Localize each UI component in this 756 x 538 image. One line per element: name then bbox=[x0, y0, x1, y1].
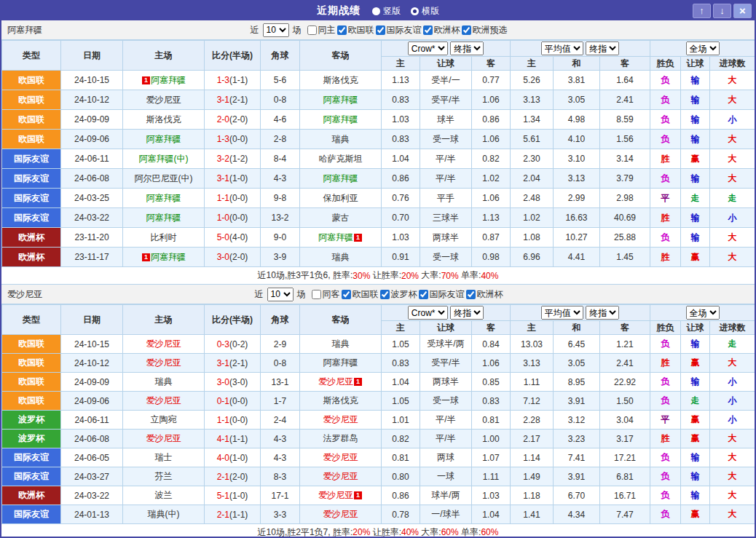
col-avg-away: 客 bbox=[600, 57, 650, 71]
layout-horizontal-option[interactable]: 横版 bbox=[411, 5, 439, 17]
scroll-up-button[interactable]: ↑ bbox=[693, 4, 711, 18]
league-checkbox[interactable] bbox=[380, 290, 390, 299]
same-venue-label: 同客 bbox=[323, 288, 340, 301]
home-team: 阿塞拜疆 bbox=[123, 189, 205, 208]
handicap-result: 输 bbox=[681, 448, 710, 467]
match-row: 欧国联24-09-06阿塞拜疆1-3(0-0)2-8瑞典0.83受一球1.065… bbox=[2, 130, 755, 149]
league-filter[interactable]: 国际友谊 bbox=[376, 24, 422, 36]
goals-result: 大 bbox=[710, 505, 755, 524]
odds-value: 1.13 bbox=[382, 71, 420, 90]
same-venue-checkbox[interactable] bbox=[312, 290, 321, 299]
league-filter[interactable]: 欧洲杯 bbox=[423, 24, 460, 36]
handicap-result: 输 bbox=[681, 228, 710, 248]
handicap-result: 输 bbox=[681, 110, 710, 130]
same-venue-filter[interactable]: 同客 bbox=[312, 288, 340, 301]
average-odds-value: 7.41 bbox=[554, 448, 600, 467]
match-row: 欧国联24-10-12爱沙尼亚3-1(2-1)0-8阿塞拜疆0.83受平/半1.… bbox=[2, 90, 755, 110]
scope-select[interactable]: 全场 bbox=[686, 41, 720, 55]
summary-over-rate: 70% bbox=[441, 271, 459, 281]
col-handicap-result: 让球 bbox=[681, 57, 710, 71]
fulltime-score: 4-0 bbox=[217, 453, 229, 463]
summary-over-rate: 60% bbox=[441, 527, 459, 537]
same-venue-checkbox[interactable] bbox=[307, 25, 317, 35]
home-team: 瑞士 bbox=[123, 448, 205, 467]
league-filter[interactable]: 欧国联 bbox=[342, 288, 379, 301]
average-stage-select[interactable]: 终指 bbox=[586, 41, 619, 55]
odds-value: 0.70 bbox=[382, 208, 420, 228]
league-filter[interactable]: 欧国联 bbox=[337, 24, 374, 36]
fulltime-score: 1-1 bbox=[217, 193, 229, 203]
handicap-result: 输 bbox=[681, 373, 710, 392]
radio-icon[interactable] bbox=[372, 7, 380, 15]
team-label: 爱沙尼亚 bbox=[146, 339, 181, 349]
odds-value: 0.83 bbox=[382, 90, 420, 110]
handicap-result: 输 bbox=[681, 486, 710, 505]
handicap-result: 输 bbox=[681, 71, 710, 90]
league-checkbox[interactable] bbox=[466, 290, 476, 299]
odds-stage-select[interactable]: 终指 bbox=[450, 306, 484, 320]
team-label: 瑞典 bbox=[332, 134, 350, 144]
bookmaker-select[interactable]: Crow* bbox=[408, 41, 448, 55]
average-odds-value: 4.10 bbox=[554, 130, 600, 149]
layout-vertical-option[interactable]: 竖版 bbox=[372, 5, 401, 17]
average-odds-value: 4.34 bbox=[554, 505, 600, 524]
league-filter[interactable]: 欧洲杯 bbox=[466, 288, 503, 301]
league-checkbox[interactable] bbox=[419, 290, 428, 299]
league-filter[interactable]: 欧洲预选 bbox=[462, 24, 508, 36]
league-type-badge: 波罗杯 bbox=[2, 430, 61, 448]
close-button[interactable]: × bbox=[733, 4, 752, 18]
team-label: 爱沙尼亚 bbox=[323, 509, 358, 519]
scope-select[interactable]: 全场 bbox=[686, 306, 720, 320]
league-checkbox[interactable] bbox=[342, 290, 351, 299]
average-select[interactable]: 平均值 bbox=[541, 306, 583, 320]
match-date: 24-10-15 bbox=[61, 71, 123, 90]
average-stage-select[interactable]: 终指 bbox=[586, 306, 619, 320]
league-label: 国际友谊 bbox=[430, 288, 465, 301]
same-venue-filter[interactable]: 同主 bbox=[307, 24, 336, 36]
bookmaker-select[interactable]: Crow* bbox=[408, 306, 448, 320]
match-date: 24-09-06 bbox=[61, 392, 123, 411]
team-label: 爱沙尼亚 bbox=[146, 357, 181, 368]
odds-value: 0.83 bbox=[382, 354, 420, 373]
odds-stage-select[interactable]: 终指 bbox=[450, 41, 484, 55]
league-filter[interactable]: 国际友谊 bbox=[419, 288, 465, 301]
score: 5-0(4-0) bbox=[205, 228, 261, 248]
win-draw-loss-result: 负 bbox=[650, 130, 681, 149]
league-checkbox[interactable] bbox=[423, 25, 433, 35]
match-row: 国际友谊24-03-25阿塞拜疆1-1(0-0)9-8保加利亚0.76平手1.0… bbox=[2, 189, 755, 208]
match-date: 24-09-09 bbox=[61, 110, 123, 130]
league-filter[interactable]: 波罗杯 bbox=[380, 288, 417, 301]
home-team: 爱沙尼亚 bbox=[123, 354, 205, 373]
scroll-down-button[interactable]: ↓ bbox=[713, 4, 731, 18]
average-odds-value: 16.71 bbox=[600, 486, 650, 505]
average-odds-value: 1.02 bbox=[511, 208, 554, 228]
match-row: 欧国联24-10-151阿塞拜疆1-3(1-1)5-6斯洛伐克1.13受半/一0… bbox=[2, 71, 755, 90]
red-card-badge: 1 bbox=[354, 491, 362, 499]
col-corner: 角球 bbox=[261, 305, 300, 335]
goals-result: 小 bbox=[710, 392, 755, 411]
average-odds-value: 6.70 bbox=[554, 486, 600, 505]
score: 4-1(1-1) bbox=[205, 430, 261, 448]
match-count-select[interactable]: 10 bbox=[267, 288, 294, 301]
corners: 0-8 bbox=[261, 90, 300, 110]
col-away: 客场 bbox=[300, 41, 382, 71]
team-label: 比利时 bbox=[151, 232, 177, 242]
league-checkbox[interactable] bbox=[462, 25, 471, 35]
league-checkbox[interactable] bbox=[376, 25, 385, 35]
team-label: 阿塞拜疆 bbox=[323, 357, 358, 368]
goals-result: 走 bbox=[710, 335, 755, 354]
corners: 2-4 bbox=[261, 411, 300, 430]
radio-checked-icon[interactable] bbox=[411, 7, 419, 15]
team-label: 阿塞拜疆 bbox=[146, 213, 181, 223]
handicap-result: 赢 bbox=[681, 505, 710, 524]
fulltime-score: 0-1 bbox=[217, 396, 229, 406]
league-type-badge: 国际友谊 bbox=[2, 467, 61, 486]
match-row: 国际友谊24-06-11阿塞拜疆(中)3-2(1-2)8-4哈萨克斯坦1.04平… bbox=[2, 149, 755, 169]
handicap-line: 球半/两 bbox=[420, 486, 472, 505]
summary-text: 单率: bbox=[459, 526, 481, 538]
win-draw-loss-result: 负 bbox=[650, 392, 681, 411]
match-count-select[interactable]: 10 bbox=[263, 23, 289, 37]
average-select[interactable]: 平均值 bbox=[541, 41, 583, 55]
team-label: 立陶宛 bbox=[151, 414, 177, 424]
league-checkbox[interactable] bbox=[337, 25, 347, 35]
